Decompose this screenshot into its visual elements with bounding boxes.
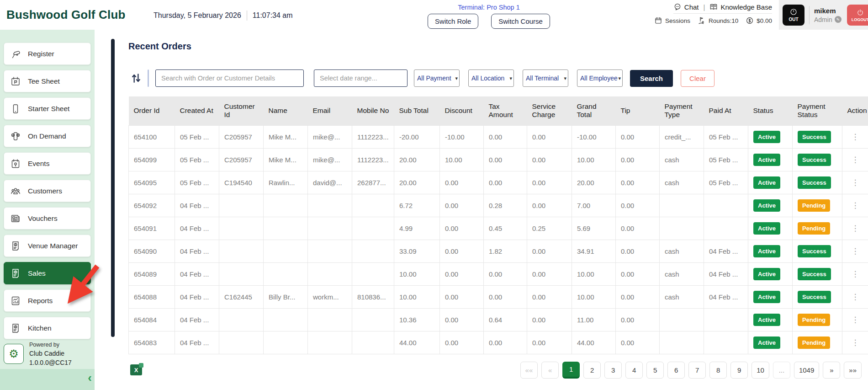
order-search-input[interactable] [155, 69, 304, 87]
settings-button[interactable]: ⚙ [4, 344, 24, 364]
cell-tax-amount: 0.00 [484, 285, 527, 308]
sessions-link[interactable]: Sessions [654, 16, 690, 25]
column-header: Mobile No [352, 96, 394, 125]
sidebar-item-register[interactable]: Register [4, 43, 91, 65]
cell-created-at: 05 Feb ... [175, 148, 219, 171]
filter-dropdown-all-location[interactable]: All Location▾ [468, 69, 514, 87]
cell-order-id: 654095 [129, 171, 175, 194]
cell-created-at: 04 Feb ... [175, 285, 219, 308]
chat-link[interactable]: Chat [673, 3, 699, 11]
export-excel-icon[interactable]: X [130, 364, 142, 375]
cell-payment-type: cash [660, 240, 704, 262]
cell-status: Active [748, 308, 793, 331]
sidebar-item-label: Vouchers [28, 214, 58, 223]
page-button-10[interactable]: 10 [752, 362, 769, 379]
knowledge-base-link[interactable]: Knowledge Base [709, 3, 772, 11]
cell-name: Mike M... [264, 125, 308, 148]
page-button-1[interactable]: 1 [562, 362, 580, 379]
status-badge: Active [753, 131, 780, 143]
sidebar-item-customers[interactable]: Customers [4, 180, 91, 202]
filter-bar: All Payment▾All Location▾All Terminal▾Al… [128, 69, 868, 87]
cell-paid-at: 04 Feb ... [704, 240, 748, 262]
edit-role-icon[interactable]: ✎ [835, 16, 842, 23]
page-button-9[interactable]: 9 [730, 362, 748, 379]
row-actions-menu-icon[interactable]: ⋮ [847, 246, 863, 256]
clear-button[interactable]: Clear [681, 70, 715, 87]
cell-customer-id: C194540 [219, 171, 264, 194]
payment-status-badge: Success [798, 154, 831, 166]
divider [809, 6, 810, 24]
date-range-input[interactable] [314, 69, 408, 87]
sidebar-item-tee-sheet[interactable]: Tee Sheet [4, 70, 91, 92]
row-actions-menu-icon[interactable]: ⋮ [847, 269, 863, 279]
page-button-8[interactable]: 8 [709, 362, 727, 379]
row-actions-menu-icon[interactable]: ⋮ [847, 292, 863, 302]
row-actions-menu-icon[interactable]: ⋮ [847, 178, 863, 187]
filter-dropdown-all-employee[interactable]: All Employee▾ [577, 69, 623, 87]
page-button-7[interactable]: 7 [688, 362, 706, 379]
cell-status: Active [748, 171, 793, 194]
refresh-orders-icon[interactable] [130, 72, 142, 84]
cell-service-charge: 0.00 [527, 171, 572, 194]
cell-grand-total: 10.00 [572, 285, 616, 308]
sidebar-item-on-demand[interactable]: On Demand [4, 125, 91, 147]
filter-dropdown-all-terminal[interactable]: All Terminal▾ [523, 69, 568, 87]
cell-status: Active [748, 331, 793, 354]
row-actions-menu-icon[interactable]: ⋮ [847, 132, 863, 142]
row-actions-menu-icon[interactable]: ⋮ [847, 224, 863, 233]
sidebar-item-starter-sheet[interactable]: Starter Sheet [4, 97, 91, 120]
sidebar-item-reports[interactable]: Reports [4, 289, 91, 312]
cell-mobile: 1112223... [352, 148, 394, 171]
page-button-2[interactable]: 2 [583, 362, 601, 379]
prev-page-button[interactable]: « [541, 362, 559, 379]
cell-email: workm... [308, 285, 352, 308]
cell-paid-at: 04 Feb ... [704, 262, 748, 285]
first-page-button[interactable]: «« [520, 362, 538, 379]
column-header: Discount [440, 96, 484, 125]
balance-display[interactable]: $0.00 [746, 16, 772, 25]
page-button-5[interactable]: 5 [646, 362, 664, 379]
sidebar-item-label: Venue Manager [28, 242, 78, 250]
status-badge: Active [753, 199, 780, 212]
sidebar-nav: RegisterTee SheetStarter SheetOn DemandE… [0, 30, 95, 339]
clock-icon [789, 8, 798, 16]
sidebar-item-events[interactable]: Events [4, 152, 91, 175]
cell-discount: 10.00 [440, 148, 484, 171]
sidebar-item-sales[interactable]: Sales [4, 262, 91, 284]
clock-out-button[interactable]: OUT [783, 5, 804, 26]
next-page-button[interactable]: » [823, 362, 840, 379]
filter-dropdown-all-payment[interactable]: All Payment▾ [414, 69, 460, 87]
page-button-6[interactable]: 6 [667, 362, 685, 379]
row-actions-menu-icon[interactable]: ⋮ [847, 315, 863, 325]
cell-email: mike@... [308, 125, 352, 148]
sidebar-item-label: Events [28, 160, 49, 168]
last-page-button[interactable]: »» [844, 362, 862, 379]
cell-service-charge: 0.00 [527, 148, 572, 171]
rounds-counter[interactable]: Rounds:10 [698, 16, 738, 25]
cell-paid-at: 05 Feb ... [704, 125, 748, 148]
cell-status: Active [748, 217, 793, 240]
row-actions-menu-icon[interactable]: ⋮ [847, 201, 863, 210]
cell-action: ⋮ [842, 240, 868, 262]
page-button-1049[interactable]: 1049 [794, 362, 819, 379]
receipt-dollar-icon [10, 322, 21, 334]
sidebar-item-venue-manager[interactable]: Venue Manager [4, 235, 91, 257]
vertical-scrollbar[interactable] [111, 39, 115, 337]
receipt-dollar-icon [10, 267, 21, 279]
page-button-3[interactable]: 3 [604, 362, 622, 379]
cell-name [264, 217, 308, 240]
logout-button[interactable]: LOGOUT [847, 5, 868, 26]
sidebar-item-vouchers[interactable]: Vouchers [4, 207, 91, 230]
cell-name: Rawlin... [264, 171, 308, 194]
row-actions-menu-icon[interactable]: ⋮ [847, 338, 863, 347]
switch-course-button[interactable]: Switch Course [491, 14, 550, 29]
page-button-4[interactable]: 4 [625, 362, 643, 379]
cell-discount: 0.00 [440, 194, 484, 217]
gear-icon: ⚙ [9, 348, 19, 359]
switch-role-button[interactable]: Switch Role [428, 14, 478, 29]
collapse-sidebar-icon[interactable]: ‹ [88, 372, 92, 384]
sidebar-item-kitchen[interactable]: Kitchen [4, 317, 91, 339]
row-actions-menu-icon[interactable]: ⋮ [847, 155, 863, 165]
search-button[interactable]: Search [630, 70, 673, 87]
table-row: 65409505 Feb ...C194540Rawlin...david@..… [129, 171, 868, 194]
